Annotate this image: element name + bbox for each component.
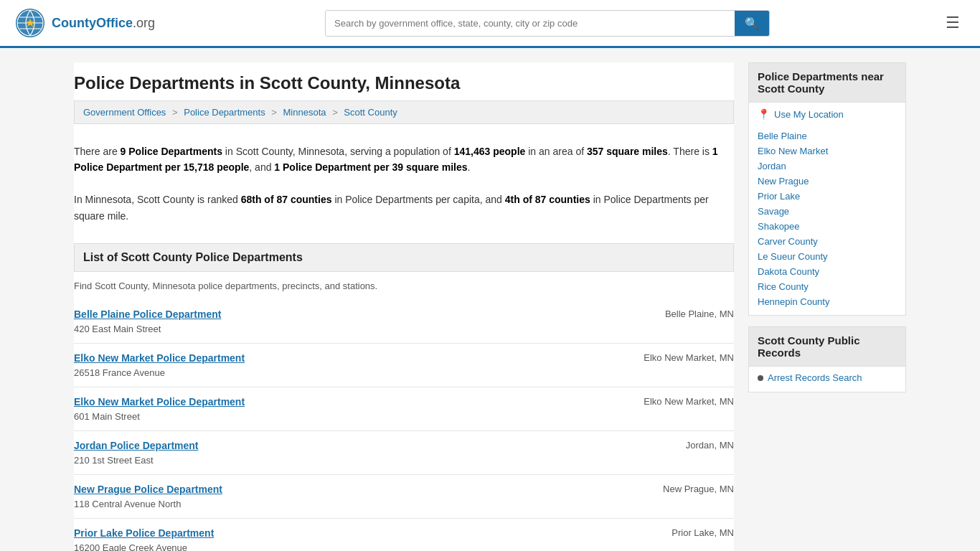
dept-address: 210 1st Street East	[74, 455, 154, 466]
dept-address: 601 Main Street	[74, 411, 140, 422]
nearby-link[interactable]: Shakopee	[758, 219, 897, 234]
dept-count: 9 Police Departments	[121, 146, 222, 157]
nearby-link[interactable]: Hennepin County	[758, 294, 897, 309]
dept-address: 118 Central Avenue North	[74, 499, 181, 509]
dept-name-link[interactable]: Elko New Market Police Department	[74, 396, 245, 408]
breadcrumb-police-depts[interactable]: Police Departments	[184, 107, 265, 118]
dept-left: Elko New Market Police Department 601 Ma…	[74, 396, 245, 422]
nearby-section: Police Departments near Scott County 📍 U…	[748, 62, 906, 316]
rank-area: 4th of 87 counties	[505, 194, 590, 205]
dept-left: Belle Plaine Police Department 420 East …	[74, 309, 221, 334]
location-pin-icon: 📍	[758, 108, 770, 120]
table-row: Prior Lake Police Department 16200 Eagle…	[74, 519, 734, 551]
logo-text[interactable]: CountyOffice.org	[52, 16, 155, 31]
table-row: Belle Plaine Police Department 420 East …	[74, 300, 734, 344]
breadcrumb-sep: >	[172, 107, 178, 118]
breadcrumb: Government Offices > Police Departments …	[74, 100, 734, 124]
breadcrumb-govt-offices[interactable]: Government Offices	[83, 107, 166, 118]
breadcrumb-scott-county[interactable]: Scott County	[344, 107, 397, 118]
per-area: 1 Police Department per 39 square miles	[274, 161, 467, 173]
nearby-link[interactable]: Dakota County	[758, 264, 897, 279]
nearby-links-list: Belle PlaineElko New MarketJordanNew Pra…	[749, 126, 905, 315]
use-my-location-link[interactable]: 📍 Use My Location	[749, 103, 905, 126]
dept-location: Belle Plaine, MN	[605, 309, 734, 319]
dept-left: Prior Lake Police Department 16200 Eagle…	[74, 527, 214, 551]
description-block: There are 9 Police Departments in Scott …	[74, 135, 734, 232]
area: 357 square miles	[587, 146, 668, 157]
dept-left: Jordan Police Department 210 1st Street …	[74, 440, 199, 466]
search-area: 🔍	[325, 10, 770, 37]
use-location-label: Use My Location	[774, 109, 844, 120]
dept-left: New Prague Police Department 118 Central…	[74, 484, 222, 509]
breadcrumb-sep3: >	[332, 107, 338, 118]
public-records-section: Scott County Public Records Arrest Recor…	[748, 326, 906, 392]
public-records-header: Scott County Public Records	[749, 327, 905, 367]
search-input[interactable]	[326, 12, 735, 34]
nearby-link[interactable]: New Prague	[758, 174, 897, 189]
public-records-link[interactable]: Arrest Records Search	[758, 369, 897, 386]
dept-location: Elko New Market, MN	[605, 352, 734, 363]
population: 141,463 people	[454, 146, 526, 157]
dept-name-link[interactable]: Prior Lake Police Department	[74, 527, 214, 539]
dept-name-link[interactable]: Belle Plaine Police Department	[74, 309, 221, 320]
nearby-link[interactable]: Jordan	[758, 159, 897, 174]
table-row: Elko New Market Police Department 26518 …	[74, 344, 734, 387]
logo-area: CountyOffice.org	[14, 7, 155, 39]
dept-left: Elko New Market Police Department 26518 …	[74, 352, 245, 378]
dept-name-link[interactable]: Elko New Market Police Department	[74, 352, 245, 364]
dept-name-link[interactable]: New Prague Police Department	[74, 484, 222, 495]
breadcrumb-minnesota[interactable]: Minnesota	[283, 107, 326, 118]
table-row: New Prague Police Department 118 Central…	[74, 475, 734, 519]
dept-location: Prior Lake, MN	[605, 527, 734, 538]
table-row: Jordan Police Department 210 1st Street …	[74, 431, 734, 475]
nearby-link[interactable]: Belle Plaine	[758, 128, 897, 143]
dept-location: New Prague, MN	[605, 484, 734, 494]
breadcrumb-sep2: >	[271, 107, 277, 118]
nearby-link[interactable]: Prior Lake	[758, 189, 897, 204]
search-button[interactable]: 🔍	[735, 11, 769, 36]
dept-address: 16200 Eagle Creek Avenue	[74, 542, 187, 551]
nearby-link[interactable]: Elko New Market	[758, 143, 897, 159]
nearby-header: Police Departments near Scott County	[749, 63, 905, 103]
dept-address: 420 East Main Street	[74, 324, 161, 334]
list-description: Find Scott County, Minnesota police depa…	[74, 278, 734, 300]
nearby-link[interactable]: Le Sueur County	[758, 249, 897, 264]
department-list: Belle Plaine Police Department 420 East …	[74, 300, 734, 551]
dept-location: Jordan, MN	[605, 440, 734, 451]
nearby-link[interactable]: Rice County	[758, 279, 897, 294]
sidebar: Police Departments near Scott County 📍 U…	[748, 62, 906, 551]
list-header: List of Scott County Police Departments	[74, 243, 734, 272]
dept-location: Elko New Market, MN	[605, 396, 734, 407]
dept-name-link[interactable]: Jordan Police Department	[74, 440, 199, 451]
table-row: Elko New Market Police Department 601 Ma…	[74, 387, 734, 431]
dept-address: 26518 France Avenue	[74, 367, 165, 378]
rank-capita: 68th of 87 counties	[241, 194, 332, 205]
records-dot-icon	[758, 375, 763, 381]
list-section: List of Scott County Police Departments …	[74, 243, 734, 551]
page-title: Police Departments in Scott County, Minn…	[74, 62, 734, 100]
nearby-link[interactable]: Savage	[758, 204, 897, 219]
public-records-links-list: Arrest Records Search	[749, 367, 905, 392]
logo-icon[interactable]	[14, 7, 46, 39]
hamburger-menu-icon[interactable]: ☰	[940, 11, 966, 35]
nearby-link[interactable]: Carver County	[758, 234, 897, 249]
